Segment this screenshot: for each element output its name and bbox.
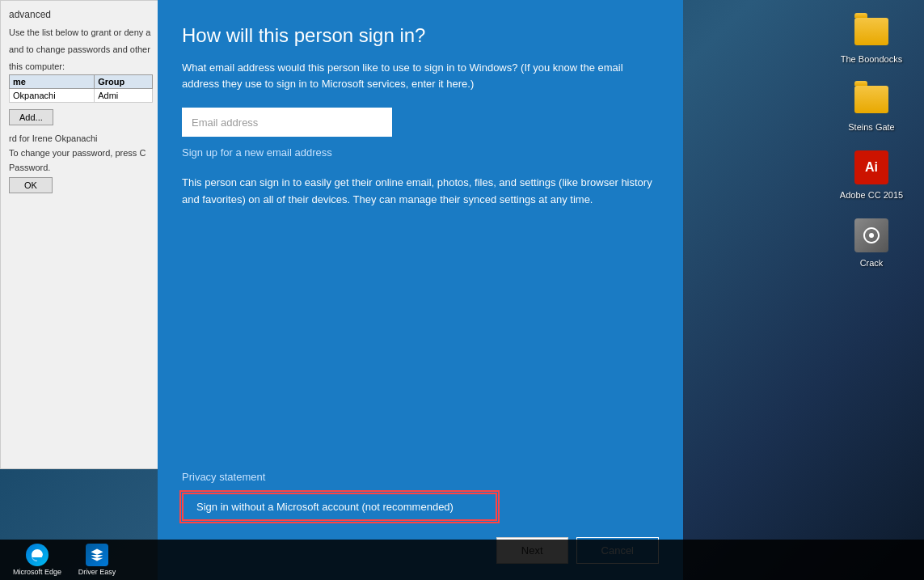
dialog-info-text: This person can sign in to easily get th… <box>182 175 659 209</box>
password-label: rd for Irene Okpanachi <box>9 133 153 143</box>
icon-label-boondocks: The Boondocks <box>841 54 902 64</box>
dialog-subtitle: What email address would this person lik… <box>182 60 659 91</box>
email-input[interactable] <box>182 108 392 137</box>
taskbar-icon-edge[interactable]: Microsoft Edge <box>8 542 66 578</box>
new-email-link[interactable]: Sign up for a new email address <box>182 146 659 159</box>
users-table: me Group Okpanachi Admi <box>9 74 153 103</box>
advanced-label: advanced <box>9 9 153 20</box>
taskbar-icon-driver-easy[interactable]: Driver Easy <box>73 542 121 578</box>
icon-label-steinsgate: Steins Gate <box>848 122 894 132</box>
adobe-icon: Ai <box>852 148 891 187</box>
desktop-icon-crack[interactable]: Crack <box>827 212 916 272</box>
taskbar: Microsoft Edge Driver Easy <box>0 540 924 580</box>
user-name-cell: Okpanachi <box>10 88 95 102</box>
this-computer-label: this computer: <box>9 61 153 71</box>
password-text1: To change your password, press C <box>9 148 153 158</box>
desktop-icons-right: The Boondocks Steins Gate Ai Adobe CC 20… <box>819 0 924 280</box>
desktop-icon-adobe[interactable]: Ai Adobe CC 2015 <box>827 144 916 204</box>
password-text2: Password. <box>9 163 153 172</box>
desktop-icon-boondocks[interactable]: The Boondocks <box>827 8 916 68</box>
desktop-icon-steinsgate[interactable]: Steins Gate <box>827 76 916 136</box>
table-row[interactable]: Okpanachi Admi <box>10 88 153 102</box>
privacy-link[interactable]: Privacy statement <box>182 471 659 483</box>
driver-easy-label: Driver Easy <box>78 568 116 576</box>
svg-point-0 <box>869 233 874 238</box>
dialog-title: How will this person sign in? <box>182 24 659 47</box>
ok-button[interactable]: OK <box>9 177 53 193</box>
email-input-wrapper <box>182 108 659 137</box>
panel-text2: and to change passwords and other <box>9 44 153 56</box>
col-name: me <box>10 74 95 88</box>
add-button[interactable]: Add... <box>9 109 53 125</box>
crack-icon <box>852 216 891 255</box>
user-group-cell: Admi <box>95 88 153 102</box>
icon-label-adobe: Adobe CC 2015 <box>840 190 903 200</box>
edge-icon <box>26 544 49 566</box>
driver-easy-icon <box>86 544 108 566</box>
left-panel: advanced Use the list below to grant or … <box>0 0 162 469</box>
desktop: advanced Use the list below to grant or … <box>0 0 924 580</box>
col-group: Group <box>95 74 153 88</box>
icon-label-crack: Crack <box>860 258 884 268</box>
panel-text1: Use the list below to grant or deny a <box>9 27 153 39</box>
edge-label: Microsoft Edge <box>13 568 61 576</box>
folder-icon-steinsgate <box>852 80 891 119</box>
no-microsoft-account-button[interactable]: Sign in without a Microsoft account (not… <box>182 493 497 521</box>
sign-in-dialog: How will this person sign in? What email… <box>158 0 683 580</box>
folder-icon-boondocks <box>852 12 891 51</box>
